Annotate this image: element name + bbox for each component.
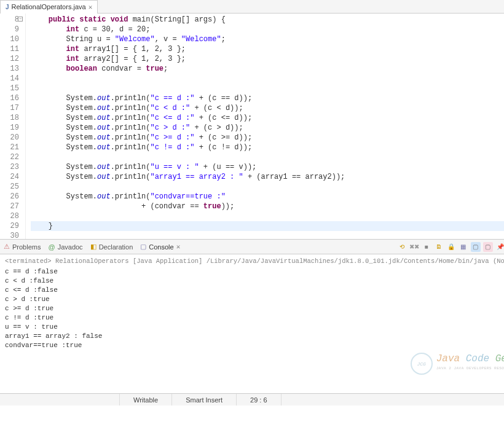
status-bar: Writable Smart Insert 29 : 6 — [0, 393, 504, 405]
tab-problems[interactable]: ⚠Problems — [4, 243, 41, 251]
console-line: c <= d :false — [5, 286, 504, 295]
console-line: c == d :false — [5, 267, 504, 276]
watermark: JCG Java Code Geeks JAVA 2 JAVA DEVELOPE… — [411, 353, 504, 375]
scroll-lock-icon[interactable]: 🔒 — [446, 242, 456, 252]
pin-console-icon[interactable]: ▦ — [459, 242, 468, 252]
editor-tab-label: RelationalOperators.java — [12, 3, 86, 10]
console-line: c > d :true — [5, 295, 504, 304]
console-toolbar: ⟲ ✖✖ ■ 🗎 🔒 ▦ ▢ ▢ 📌 ▾ – □ — [397, 242, 504, 252]
tab-javadoc[interactable]: @Javadoc — [48, 243, 82, 251]
status-cursor-position: 29 : 6 — [237, 394, 282, 405]
console-line: array1 == array2 : false — [5, 332, 504, 341]
console-line: c >= d :true — [5, 304, 504, 313]
views-tab-bar: ⚠Problems @Javadoc ◧Declaration ▢Console… — [0, 240, 504, 254]
bottom-panel: ⚠Problems @Javadoc ◧Declaration ▢Console… — [0, 240, 504, 393]
line-gutter: 8−91011121314151617181920212223242526272… — [0, 14, 26, 239]
tab-console[interactable]: ▢Console ✕ — [140, 243, 180, 251]
console-line: condvar==true :true — [5, 341, 504, 350]
remove-all-icon[interactable]: ✖✖ — [409, 242, 419, 252]
status-writable: Writable — [120, 394, 172, 405]
code-area[interactable]: public static void main(String[] args) {… — [26, 14, 504, 239]
console-line: c < d :false — [5, 276, 504, 286]
open-console-icon[interactable]: ▢ — [483, 242, 493, 252]
main-column: J RelationalOperators.java ✕ – □ 8−91011… — [0, 0, 504, 393]
close-icon[interactable]: ✕ — [89, 3, 93, 11]
console-line: c != d :true — [5, 313, 504, 323]
console-body[interactable]: <terminated> RelationalOperators [Java A… — [0, 254, 504, 393]
console-line: u == v : true — [5, 323, 504, 332]
console-process-header: <terminated> RelationalOperators [Java A… — [5, 257, 504, 266]
workbench: J RelationalOperators.java ✕ – □ 8−91011… — [0, 0, 504, 393]
status-insert-mode: Smart Insert — [172, 394, 237, 405]
tab-declaration[interactable]: ◧Declaration — [90, 243, 133, 251]
editor-tab[interactable]: J RelationalOperators.java ✕ — [0, 0, 98, 14]
close-icon[interactable]: ✕ — [176, 243, 181, 251]
editor-body[interactable]: 8−91011121314151617181920212223242526272… — [0, 14, 504, 239]
new-console-icon[interactable]: 📌 — [495, 242, 504, 252]
terminate-icon[interactable]: ■ — [422, 242, 431, 252]
clear-console-icon[interactable]: 🗎 — [434, 242, 444, 252]
java-file-icon: J — [6, 4, 9, 10]
watermark-badge: JCG — [411, 353, 433, 375]
editor-tab-bar: J RelationalOperators.java ✕ – □ — [0, 0, 504, 14]
editor-area: J RelationalOperators.java ✕ – □ 8−91011… — [0, 0, 504, 240]
display-selected-icon[interactable]: ▢ — [471, 242, 481, 252]
remove-launch-icon[interactable]: ⟲ — [397, 242, 407, 252]
